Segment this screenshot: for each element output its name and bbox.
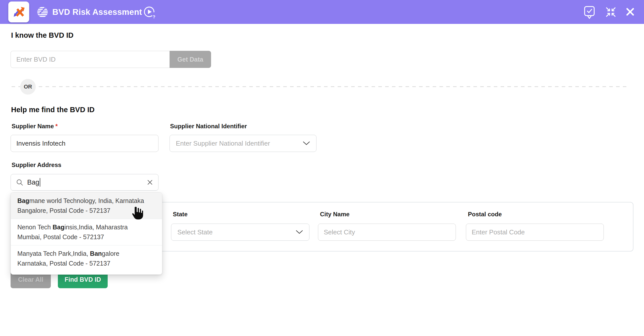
close-icon[interactable] <box>625 7 635 17</box>
suggestion-line1: Nenon Tech Baginsis,India, Maharastra <box>17 222 156 232</box>
suggestion-text-rest: insis,India, Maharastra <box>64 224 128 231</box>
search-icon <box>16 179 23 186</box>
state-select[interactable]: Select State <box>171 224 309 241</box>
address-suggestions-dropdown: Bagmane world Technology, India, Karnata… <box>11 192 162 275</box>
address-suggestion-item-1[interactable]: Bagmane world Technology, India, Karnata… <box>11 193 162 219</box>
section-heading-find-bvd: Help me find the BVD ID <box>11 106 95 114</box>
suggestion-line2: Bangalore, Postal Code - 572137 <box>17 206 156 216</box>
chevron-down-icon <box>303 141 310 146</box>
bvd-sphere-icon <box>37 6 48 18</box>
bvd-risk-assessment-window: BVD Risk Assessment ? <box>0 0 644 336</box>
supplier-address-label: Supplier Address <box>12 161 61 169</box>
suggestion-line2: Mumbai, Postal Code - 572137 <box>17 232 156 242</box>
suggestion-match-highlight: Bag <box>53 224 64 231</box>
supplier-name-label: Supplier Name* <box>12 123 58 130</box>
state-placeholder: Select State <box>177 228 296 236</box>
or-badge: OR <box>20 79 36 95</box>
national-identifier-placeholder: Enter Supplier National Identifier <box>176 140 303 147</box>
suggestion-text-pre: Manyata Tech Park,India, <box>17 250 90 257</box>
suggestion-text-rest: mane world Technology, India, Karnataka <box>29 197 144 204</box>
suggestion-match-highlight: Ban <box>90 250 102 257</box>
chevron-down-icon <box>296 230 303 234</box>
bvd-id-input[interactable] <box>11 51 170 68</box>
suggestion-text-rest: galore <box>102 250 119 257</box>
address-query-text: Bag <box>27 179 39 186</box>
text-cursor <box>40 178 40 187</box>
collapse-icon[interactable] <box>605 7 616 18</box>
address-suggestion-item-3[interactable]: Manyata Tech Park,India, Bangalore Karna… <box>11 245 162 272</box>
state-label: State <box>173 211 188 218</box>
supplier-address-search-input[interactable]: Bag <box>11 174 158 191</box>
section-heading-know-bvd: I know the BVD ID <box>11 31 73 39</box>
svg-text:?: ? <box>153 15 155 19</box>
national-identifier-label: Supplier National Identifier <box>170 123 247 130</box>
supplier-name-label-text: Supplier Name <box>12 123 54 130</box>
supplier-name-input[interactable] <box>11 135 158 152</box>
suggestion-line1: Manyata Tech Park,India, Bangalore <box>17 249 156 259</box>
suggestion-line2: Karnataka, Postal Code - 572137 <box>17 259 156 268</box>
suggestion-text-pre: Nenon Tech <box>17 224 53 231</box>
get-data-button[interactable]: Get Data <box>170 51 211 68</box>
national-identifier-select[interactable]: Enter Supplier National Identifier <box>170 135 316 152</box>
required-asterisk: * <box>55 123 58 130</box>
clear-search-icon[interactable] <box>147 179 153 186</box>
divider-dashed-line <box>12 86 628 87</box>
city-name-label: City Name <box>320 211 349 218</box>
header-bar: BVD Risk Assessment ? <box>0 0 644 24</box>
postal-code-input[interactable] <box>466 224 604 241</box>
city-name-input[interactable] <box>318 224 456 241</box>
suggestion-line1: Bagmane world Technology, India, Karnata… <box>17 196 156 206</box>
postal-code-label: Postal code <box>468 211 502 218</box>
suggestion-match-highlight: Bag <box>17 197 29 204</box>
window-title: BVD Risk Assessment <box>52 0 142 24</box>
video-help-icon[interactable]: ? <box>144 6 156 19</box>
feedback-icon[interactable] <box>584 6 595 19</box>
analytics-logo-icon <box>12 6 25 19</box>
address-suggestion-item-2[interactable]: Nenon Tech Baginsis,India, Maharastra Mu… <box>11 219 162 245</box>
app-logo-tile <box>8 2 29 22</box>
